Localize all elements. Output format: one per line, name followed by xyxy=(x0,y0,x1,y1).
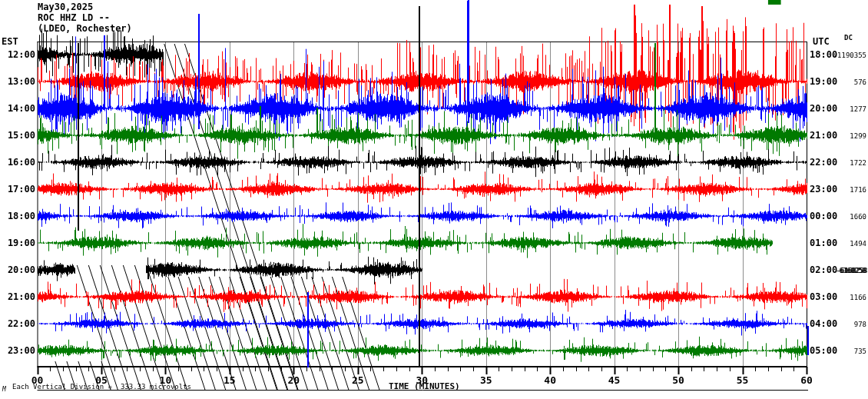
dc-value: 1660 xyxy=(828,213,866,221)
left-timezone-label: EST xyxy=(2,36,18,47)
dc-value: 576 xyxy=(828,78,866,86)
est-hour-label: 15:00 xyxy=(0,130,35,141)
x-tick-label: 25 xyxy=(344,374,372,386)
est-hour-label: 19:00 xyxy=(0,238,35,248)
webicorder-page: May30,2025 ROC HHZ LD -- (LDEO, Rocheste… xyxy=(0,0,868,399)
est-hour-label: 16:00 xyxy=(0,157,35,168)
x-tick-label: 40 xyxy=(536,374,564,386)
est-hour-label: 13:00 xyxy=(0,76,35,87)
dc-value: -1190355 xyxy=(828,52,866,59)
x-tick-label: 50 xyxy=(664,374,692,386)
est-hour-label: 14:00 xyxy=(0,103,35,114)
dc-value: 1494 xyxy=(828,240,866,248)
dc-value: 978 xyxy=(828,321,866,328)
est-hour-label: 12:00 xyxy=(0,49,35,60)
x-tick-label: 35 xyxy=(472,374,500,386)
corner-mark: M xyxy=(2,386,6,393)
vertical-scale-note: Each Vertical Division = 333.33 microvol… xyxy=(12,383,191,391)
est-hour-label: 23:00 xyxy=(0,345,35,356)
dc-value: 1299 xyxy=(828,132,866,140)
x-tick-label: 20 xyxy=(280,374,307,386)
dc-value: 1277 xyxy=(828,105,866,113)
dc-value-overprinted: -6160258 xyxy=(828,267,866,274)
x-tick-label: 45 xyxy=(601,374,628,386)
x-tick-label: 15 xyxy=(216,374,244,386)
est-hour-label: 21:00 xyxy=(0,291,35,302)
dc-column-header: DC xyxy=(844,34,853,42)
dc-value: 1716 xyxy=(828,186,866,194)
helicorder-canvas xyxy=(0,0,868,399)
x-tick-label: 60 xyxy=(793,374,820,386)
est-hour-label: 20:00 xyxy=(0,264,35,275)
est-hour-label: 18:00 xyxy=(0,211,35,221)
right-timezone-label: UTC xyxy=(813,36,830,47)
x-tick-label: 55 xyxy=(729,374,757,386)
est-hour-label: 17:00 xyxy=(0,184,35,195)
header-date: May30,2025 xyxy=(38,2,93,12)
header-station-location: (LDEO, Rochester) xyxy=(38,24,132,33)
x-axis-title: TIME (MINUTES) xyxy=(389,381,460,391)
dc-value: 735 xyxy=(828,347,866,355)
header-station-code: ROC HHZ LD -- xyxy=(38,13,110,22)
dc-value: 1722 xyxy=(828,159,866,167)
est-hour-label: 22:00 xyxy=(0,318,35,329)
dc-value: 1166 xyxy=(828,294,866,301)
